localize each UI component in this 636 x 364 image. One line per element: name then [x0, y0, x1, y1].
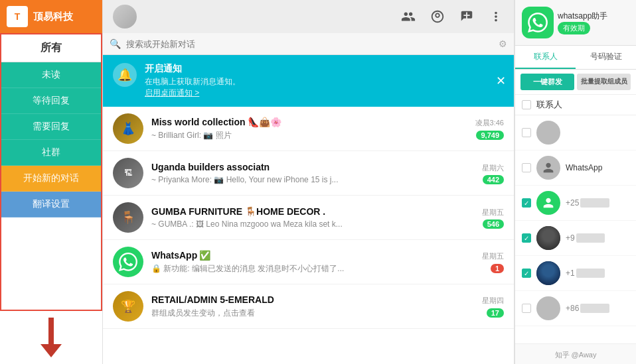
new-chat-icon[interactable]	[459, 9, 475, 25]
chat-item[interactable]: 🪑 GUMBA FURNITURE 🪑HOME DECOR . 星期五 ~ GU…	[103, 196, 514, 240]
search-icon: 🔍	[110, 38, 121, 49]
more-icon[interactable]	[488, 9, 504, 25]
arrow-indicator	[0, 311, 102, 364]
list-item[interactable]: WhatsApp	[515, 151, 636, 186]
list-item[interactable]: +25	[515, 186, 636, 221]
sidebar-item-translate[interactable]: 翻译设置	[1, 192, 101, 217]
user-avatar	[113, 5, 137, 29]
search-bar: 🔍 ⚙	[103, 33, 514, 55]
app-name-label: whatsapp助手	[558, 11, 607, 22]
main-header	[103, 0, 514, 33]
settings-icon[interactable]	[430, 9, 445, 25]
contact-avatar	[536, 121, 560, 145]
list-item[interactable]: +9	[515, 221, 636, 256]
verified-icon: ✅	[199, 250, 210, 261]
sidebar: T 顶易科技 所有 未读 等待回复 需要回复 社群 开始新的对话 翻译设置	[0, 0, 103, 364]
contact-name: +86	[566, 304, 629, 313]
right-tabs: 联系人 号码验证	[515, 46, 636, 70]
header-icons	[400, 9, 504, 25]
contact-avatar	[536, 261, 560, 285]
list-item[interactable]: +1	[515, 256, 636, 291]
chat-item[interactable]: 🏗 Uganda builders associatn 星期六 ~ Priyan…	[103, 151, 514, 196]
extract-members-button[interactable]: 批量提取组成员	[577, 74, 631, 90]
chat-item[interactable]: 🏆 RETAIL/ADMIN 5-EMERALD 星期四 群组成员发生变动，点击…	[103, 284, 514, 329]
contact-avatar	[536, 296, 560, 320]
chat-item-whatsapp[interactable]: WhatsApp ✅ 星期五 🔒 新功能: 编辑已发送的消息 发消息时不小心打错…	[103, 240, 514, 284]
contact-name: WhatsApp	[566, 163, 629, 172]
contact-name: +25	[566, 198, 629, 208]
search-input[interactable]	[126, 39, 493, 49]
contact-checkbox[interactable]	[522, 269, 531, 278]
chat-content: RETAIL/ADMIN 5-EMERALD 星期四 群组成员发生变动，点击查看…	[151, 294, 504, 319]
select-all-checkbox[interactable]	[522, 100, 531, 109]
main-panel: 🔍 ⚙ 🔔 开启通知 在电脑上获取新消息通知。 启用桌面通知 > ✕ 👗 Mis…	[103, 0, 515, 364]
sidebar-item-need-reply[interactable]: 需要回复	[1, 114, 101, 140]
contact-checkbox[interactable]	[522, 128, 531, 137]
tab-contacts[interactable]: 联系人	[515, 46, 576, 69]
whatsapp-app-icon	[522, 7, 554, 38]
contact-list: WhatsApp +25 +9 +1	[515, 115, 636, 343]
notification-close-icon[interactable]: ✕	[496, 74, 506, 88]
chat-avatar: 👗	[113, 113, 143, 144]
chat-list: 👗 Miss world collection 👠👜🌸 凌晨3:46 ~ Bri…	[103, 107, 514, 364]
contacts-header: 联系人	[515, 95, 636, 115]
chat-content: Uganda builders associatn 星期六 ~ Priyanka…	[151, 162, 504, 184]
contact-checkbox[interactable]	[522, 198, 531, 208]
contact-name: +1	[566, 269, 629, 278]
sidebar-item-unread[interactable]: 未读	[1, 62, 101, 88]
sidebar-header: T 顶易科技	[0, 0, 102, 33]
whatsapp-avatar	[113, 247, 143, 277]
right-panel: whatsapp助手 有效期 联系人 号码验证 一键群发 批量提取组成员 联系人	[515, 0, 636, 364]
brand-name: 顶易科技	[33, 11, 73, 23]
header-left	[113, 5, 137, 29]
contact-avatar	[536, 226, 560, 250]
notification-text: 开启通知 在电脑上获取新消息通知。 启用桌面通知 >	[145, 63, 504, 99]
valid-badge: 有效期	[558, 22, 590, 34]
chat-avatar: 🪑	[113, 202, 143, 233]
list-item[interactable]: +86	[515, 291, 636, 326]
sidebar-item-all[interactable]: 所有	[1, 34, 101, 62]
filter-icon[interactable]: ⚙	[499, 38, 507, 49]
notification-banner: 🔔 开启通知 在电脑上获取新消息通知。 启用桌面通知 > ✕	[103, 55, 514, 107]
watermark: 知乎 @Away	[515, 343, 636, 364]
contacts-label: 联系人	[536, 99, 562, 111]
tab-verify[interactable]: 号码验证	[576, 46, 636, 69]
contact-avatar	[536, 191, 560, 215]
contact-avatar	[536, 156, 560, 180]
sidebar-item-new-chat[interactable]: 开始新的对话	[1, 166, 101, 192]
community-icon[interactable]	[400, 9, 416, 25]
app-logo: T	[7, 6, 28, 27]
contact-checkbox[interactable]	[522, 304, 531, 313]
sidebar-item-awaiting[interactable]: 等待回复	[1, 88, 101, 114]
chat-content: GUMBA FURNITURE 🪑HOME DECOR . 星期五 ~ GUMB…	[151, 206, 504, 229]
list-item[interactable]	[515, 115, 636, 151]
chat-content: WhatsApp ✅ 星期五 🔒 新功能: 编辑已发送的消息 发消息时不小心打错…	[151, 250, 504, 274]
contact-name: +9	[566, 233, 629, 243]
contact-checkbox[interactable]	[522, 163, 531, 172]
right-actions: 一键群发 批量提取组成员	[515, 70, 636, 95]
chat-content: Miss world collection 👠👜🌸 凌晨3:46 ~ Brill…	[151, 117, 504, 141]
chat-item[interactable]: 👗 Miss world collection 👠👜🌸 凌晨3:46 ~ Bri…	[103, 107, 514, 151]
chat-avatar: 🏆	[113, 291, 143, 322]
sidebar-menu: 所有 未读 等待回复 需要回复 社群 开始新的对话 翻译设置	[0, 33, 102, 311]
sidebar-item-community[interactable]: 社群	[1, 140, 101, 166]
chat-avatar: 🏗	[113, 158, 143, 188]
right-panel-header: whatsapp助手 有效期	[515, 0, 636, 46]
contact-checkbox[interactable]	[522, 233, 531, 243]
notification-bell-icon: 🔔	[113, 63, 137, 87]
bulk-send-button[interactable]: 一键群发	[520, 74, 574, 90]
